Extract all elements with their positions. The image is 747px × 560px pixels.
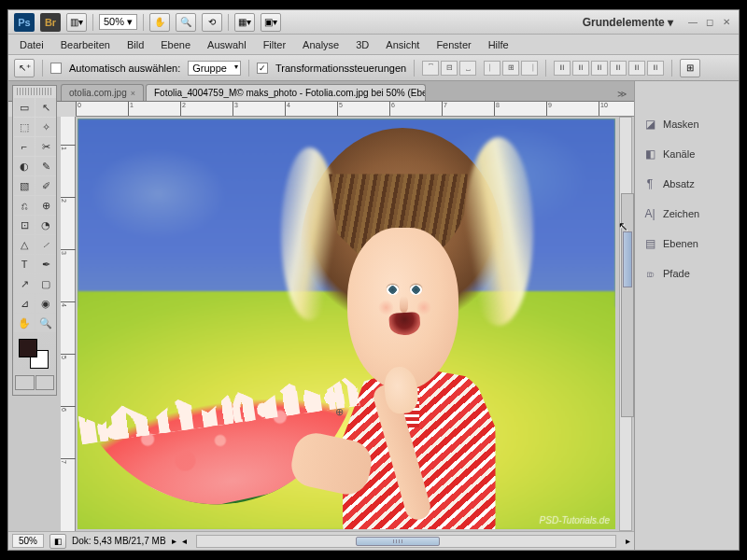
move-tool[interactable]: ↖ bbox=[35, 98, 56, 117]
scrollbar-horizontal[interactable] bbox=[196, 535, 616, 548]
direct-select-tool[interactable]: ↗ bbox=[14, 274, 35, 293]
menu-3d[interactable]: 3D bbox=[348, 37, 376, 52]
scrollbar-thumb[interactable] bbox=[356, 537, 440, 546]
panel-zeichen[interactable]: A| Zeichen bbox=[635, 199, 739, 229]
menu-bild[interactable]: Bild bbox=[120, 37, 151, 52]
eraser-tool[interactable]: ⊕ bbox=[35, 196, 56, 215]
crop-tool[interactable]: ⌐ bbox=[14, 137, 35, 156]
document-tab-inactive[interactable]: otolia.com.jpg × bbox=[61, 84, 144, 101]
auto-align-icon[interactable]: ⊞ bbox=[680, 59, 700, 77]
ruler-tick: 1 bbox=[128, 102, 134, 117]
auto-select-dropdown[interactable]: Gruppe bbox=[188, 61, 241, 76]
hand-tool[interactable]: ✋ bbox=[14, 314, 35, 332]
tool-grid: ▭ ↖ ⬚ ✧ ⌐ ✂ ◐ ✎ ▧ ✐ ⎌ ⊕ ⊡ ◔ △ ⟋ T ✒ ↗ ▢ bbox=[13, 97, 56, 333]
arrange-docs-icon[interactable]: ▦▾ bbox=[234, 13, 255, 32]
edit-mode-buttons bbox=[13, 374, 56, 391]
collapsed-panel-dock[interactable] bbox=[621, 193, 634, 417]
menu-ebene[interactable]: Ebene bbox=[153, 37, 198, 52]
separator bbox=[414, 60, 415, 77]
dist-4-icon[interactable]: ⫼ bbox=[610, 61, 627, 76]
image-cheek bbox=[416, 300, 432, 315]
slice-tool[interactable]: ✂ bbox=[35, 137, 56, 156]
tab-close-icon[interactable]: × bbox=[131, 89, 135, 98]
gradient-tool[interactable]: ⊡ bbox=[14, 216, 35, 234]
heal-tool[interactable]: ✎ bbox=[35, 157, 56, 175]
wand-tool[interactable]: ✧ bbox=[35, 118, 56, 136]
align-bottom-icon[interactable]: ⎵ bbox=[459, 61, 476, 76]
menu-analyse[interactable]: Analyse bbox=[295, 37, 346, 52]
transform-checkbox[interactable]: ✓ bbox=[257, 63, 268, 74]
dist-2-icon[interactable]: ⫼ bbox=[572, 61, 589, 76]
dist-1-icon[interactable]: ⫼ bbox=[554, 61, 571, 76]
status-arrow-icon[interactable]: ▸ bbox=[172, 536, 176, 546]
layout-menu-button[interactable]: ▥▾ bbox=[66, 13, 87, 32]
separator bbox=[228, 14, 229, 31]
window-controls: ― ◻ ✕ bbox=[686, 17, 733, 28]
hand-tool-icon[interactable]: ✋ bbox=[149, 13, 170, 32]
workspace-switcher[interactable]: Grundelemente ▾ bbox=[583, 16, 673, 29]
ruler-horizontal[interactable]: 0 1 2 3 4 5 6 7 8 9 10 bbox=[76, 102, 634, 117]
dist-3-icon[interactable]: ⫼ bbox=[591, 61, 608, 76]
brush-tool[interactable]: ▧ bbox=[14, 176, 35, 195]
panel-kanaele[interactable]: ◧ Kanäle bbox=[635, 139, 739, 169]
panel-pfade[interactable]: ⎄ Pfade bbox=[635, 259, 739, 288]
menu-fenster[interactable]: Fenster bbox=[429, 37, 478, 52]
eyedropper-tool[interactable]: ◐ bbox=[14, 157, 35, 175]
close-button[interactable]: ✕ bbox=[720, 17, 733, 28]
maximize-button[interactable]: ◻ bbox=[703, 17, 716, 28]
history-brush-tool[interactable]: ⎌ bbox=[14, 196, 35, 215]
move-tool-preset-icon[interactable]: ↖⁺ bbox=[14, 59, 35, 77]
zoom-tool-icon[interactable]: 🔍 bbox=[176, 13, 196, 32]
standard-mode-button[interactable] bbox=[15, 375, 35, 390]
align-top-icon[interactable]: ⎴ bbox=[422, 61, 439, 76]
menu-ansicht[interactable]: Ansicht bbox=[378, 37, 427, 52]
status-nav-icon[interactable]: ◧ bbox=[49, 534, 66, 549]
ruler-vertical[interactable]: 1 2 3 4 5 6 7 bbox=[61, 117, 76, 531]
quickmask-mode-button[interactable] bbox=[35, 375, 55, 390]
menu-hilfe[interactable]: Hilfe bbox=[481, 37, 516, 52]
dodge-tool[interactable]: △ bbox=[14, 235, 35, 254]
marquee-tool[interactable]: ▭ bbox=[14, 98, 35, 117]
menu-datei[interactable]: Datei bbox=[12, 37, 51, 52]
3d-camera-tool[interactable]: ◉ bbox=[35, 294, 56, 313]
document-tab-active[interactable]: Fotolia_4004759_M© maks_photo - Fotolia.… bbox=[146, 84, 426, 101]
bridge-logo-icon[interactable]: Br bbox=[40, 13, 61, 32]
zoom-value: 50% bbox=[104, 16, 124, 27]
align-left-icon[interactable]: ⎸ bbox=[484, 61, 500, 76]
align-hcenter-icon[interactable]: ⊞ bbox=[502, 61, 519, 76]
shape-tool[interactable]: ▢ bbox=[35, 274, 56, 293]
menu-bearbeiten[interactable]: Bearbeiten bbox=[53, 37, 118, 52]
status-zoom[interactable]: 50% bbox=[12, 534, 44, 548]
screen-mode-icon[interactable]: ▣▾ bbox=[261, 13, 281, 32]
menu-filter[interactable]: Filter bbox=[256, 37, 293, 52]
dist-5-icon[interactable]: ⫼ bbox=[628, 61, 645, 76]
auto-select-label: Automatisch auswählen: bbox=[69, 63, 180, 74]
path-tool[interactable]: ✒ bbox=[35, 255, 56, 273]
zoom-tool[interactable]: 🔍 bbox=[35, 314, 56, 332]
align-vcenter-icon[interactable]: ⊟ bbox=[441, 61, 458, 76]
canvas[interactable]: ⊕ PSD-Tutorials.de bbox=[78, 119, 615, 529]
toolbox-grip[interactable] bbox=[17, 88, 52, 95]
panel-ebenen[interactable]: ▤ Ebenen bbox=[635, 229, 739, 259]
panel-absatz[interactable]: ¶ Absatz bbox=[635, 169, 739, 199]
scroll-right-icon[interactable]: ▸ bbox=[626, 536, 630, 546]
minimize-button[interactable]: ― bbox=[686, 17, 699, 28]
dist-6-icon[interactable]: ⫼ bbox=[647, 61, 664, 76]
align-right-icon[interactable]: ⎹ bbox=[521, 61, 538, 76]
blur-tool[interactable]: ◔ bbox=[35, 216, 56, 234]
ps-logo-icon[interactable]: Ps bbox=[14, 13, 35, 32]
stamp-tool[interactable]: ✐ bbox=[35, 176, 56, 195]
tabs-overflow-icon[interactable]: ≫ bbox=[613, 87, 630, 101]
collapsed-panel-tab[interactable] bbox=[623, 231, 632, 287]
zoom-combo[interactable]: 50% ▾ bbox=[99, 14, 137, 30]
auto-select-checkbox[interactable] bbox=[50, 63, 62, 74]
panel-masken[interactable]: ◪ Masken bbox=[635, 109, 739, 139]
scroll-left-icon[interactable]: ◂ bbox=[182, 536, 187, 546]
foreground-color-swatch[interactable] bbox=[19, 339, 37, 357]
rotate-view-icon[interactable]: ⟲ bbox=[202, 13, 222, 32]
pen-tool[interactable]: ⟋ bbox=[35, 235, 56, 254]
3d-tool[interactable]: ⊿ bbox=[14, 294, 35, 313]
menu-auswahl[interactable]: Auswahl bbox=[200, 37, 254, 52]
type-tool[interactable]: T bbox=[14, 255, 35, 273]
lasso-tool[interactable]: ⬚ bbox=[14, 118, 35, 136]
